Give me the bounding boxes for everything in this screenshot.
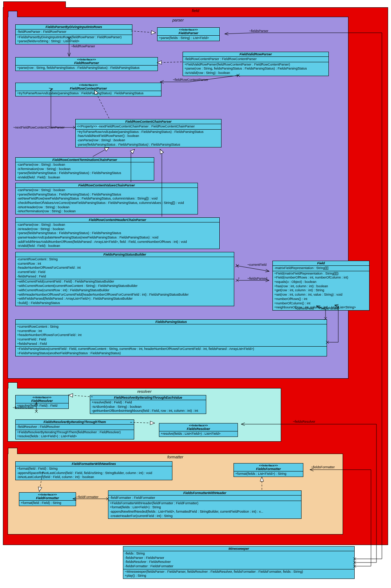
cls-Minesweeper: Minesweeper -fields : String-fieldsParse… xyxy=(123,546,355,579)
cls-FieldResolverByIteratingThroughEachValue: FieldResolverByIteratingThroughEachValue… xyxy=(90,395,206,414)
cls-FieldRowContentHeaderChainParser: FieldRowContentHeaderChainParser -canPar… xyxy=(15,217,220,249)
cls-FieldsParserByDivingInputIntoRows: FieldsParserByDivingInputIntoRows -field… xyxy=(15,24,132,44)
cls-FieldsParser: <<Interface>>FieldsParser +parse(fields … xyxy=(157,27,220,41)
lbl-fieldRowContentParser: ~fieldRowContentParser xyxy=(173,78,208,82)
lbl-fieldResolver: ~fieldResolver xyxy=(13,406,33,410)
pkg-parser: parser FieldsParserByDivingInputIntoRows… xyxy=(8,17,348,379)
cls-FieldFormatter: <<Interface>>FieldFormatter +format(fiel… xyxy=(19,492,76,506)
cls-FieldsResolver: <<Interface>>FieldsResolver +resolve(fie… xyxy=(159,423,238,437)
lbl-currentField2: +currentField xyxy=(295,307,314,310)
pkg-field-label: field xyxy=(3,8,388,13)
cls-FieldRowContentValuesChainParser: FieldRowContentValuesChainParser -canPar… xyxy=(15,183,198,214)
lbl-fieldsResolver: ~fieldsResolver xyxy=(293,420,315,423)
cls-FieldsParsingStatus: FieldsParsingStatus +currentRowContent :… xyxy=(15,319,327,356)
uml-diagram: field parser FieldsParserByDivingInputIn… xyxy=(0,0,391,588)
cls-Field: Field -matrixFieldRepresentation : Strin… xyxy=(272,261,370,311)
pkg-parser-label: parser xyxy=(8,18,348,22)
pkg-resolver-label: resolver xyxy=(8,389,281,394)
lbl-nextFieldRowContentChainParser: ~nextFieldRowContentChainParser xyxy=(13,126,64,129)
cls-FieldValidRowParser: FieldValidRowParser -fieldRowContentPars… xyxy=(183,52,329,76)
lbl-mult-star1: * xyxy=(238,277,240,280)
pkg-field: field parser FieldsParserByDivingInputIn… xyxy=(3,7,388,545)
lbl-fieldsParsed: ~fieldsParsed xyxy=(247,277,267,280)
cls-FieldRowContentParser: <<Interface>>FieldRowContentParser +tryT… xyxy=(15,83,161,96)
cls-FieldFormatterWithNewlines: FieldFormatterWithNewlines +format(field… xyxy=(15,461,172,480)
lbl-fieldsParser: ~fieldsParser xyxy=(249,29,268,33)
lbl-fieldFormatter: ~fieldFormatter xyxy=(76,495,99,499)
lbl-currentField: ~currentField xyxy=(247,263,267,267)
cls-FieldsFormatterWithHeader: FieldsFormatterWithHeader -fieldFormatte… xyxy=(108,490,302,519)
cls-FieldRowParser: <<Interface>>FieldRowParser +parse(row :… xyxy=(15,57,158,71)
cls-FieldsResolverByIteratingThroughThem: FieldsResolverByIteratingThroughThem -fi… xyxy=(15,419,134,439)
lbl-fieldRowParser: ~fieldRowParser xyxy=(71,44,95,48)
cls-FieldRowContentChainParser: FieldRowContentChainParser <<Property>> … xyxy=(75,119,222,147)
pkg-resolver: resolver <<Interface>>FieldResolver +res… xyxy=(8,388,281,442)
cls-FieldsParsingStatusBuilder: FieldsParsingStatusBuilder -currentRowCo… xyxy=(15,252,234,306)
pkg-formatter-label: formatter xyxy=(8,455,343,459)
cls-FieldRowContentTerminationChainParser: FieldRowContentTerminationChainParser -c… xyxy=(15,157,154,181)
lbl-fieldsFormatter: ~fieldsFormatter xyxy=(311,465,335,469)
lbl-fieldsParsed2: +fieldsParsed xyxy=(319,307,339,310)
cls-FieldsFormatter: <<Interface>>FieldsFormatter +format(fie… xyxy=(234,463,303,477)
pkg-formatter: formatter FieldFormatterWithNewlines +fo… xyxy=(8,454,343,534)
